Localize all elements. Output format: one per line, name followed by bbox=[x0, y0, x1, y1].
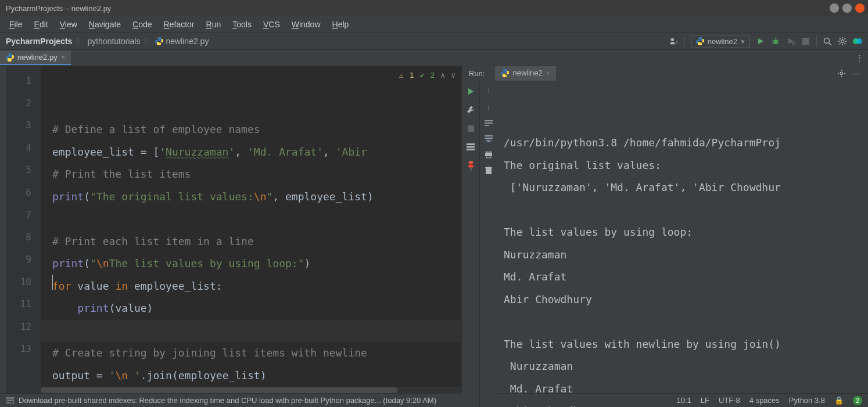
soft-wrap-icon[interactable] bbox=[485, 120, 493, 127]
code-line[interactable]: print("The original list values:\n", emp… bbox=[41, 186, 461, 208]
run-button[interactable] bbox=[756, 37, 765, 46]
titlebar: PycharmProjects – newline2.py bbox=[0, 0, 868, 16]
breadcrumb-item[interactable]: PycharmProjects bbox=[6, 37, 72, 46]
trash-icon[interactable] bbox=[485, 167, 492, 175]
close-icon[interactable]: × bbox=[546, 69, 551, 77]
code-line[interactable]: for value in employee_list: bbox=[41, 275, 461, 298]
code-line[interactable]: # Create string by joining list items wi… bbox=[41, 342, 461, 365]
gear-icon[interactable] bbox=[838, 37, 847, 46]
line-number[interactable]: 12 bbox=[6, 316, 41, 338]
search-icon[interactable] bbox=[823, 37, 832, 46]
logo-icon[interactable] bbox=[853, 37, 862, 46]
menu-vcs[interactable]: VCS bbox=[259, 19, 285, 30]
line-number[interactable]: 13 bbox=[6, 338, 41, 361]
rerun-button[interactable] bbox=[465, 86, 476, 96]
code-line[interactable]: print(value) bbox=[41, 297, 461, 320]
user-icon[interactable] bbox=[669, 37, 679, 46]
editor-tab[interactable]: newline2.py × bbox=[0, 51, 71, 65]
code-editor[interactable]: ⚠1 ✔2 ∧ ∨ # Define a list of employee na… bbox=[41, 66, 461, 387]
svg-rect-41 bbox=[487, 167, 490, 167]
menu-tools[interactable]: Tools bbox=[228, 19, 256, 30]
scroll-to-end-icon[interactable] bbox=[485, 135, 493, 143]
gear-icon[interactable] bbox=[837, 69, 846, 78]
menu-edit[interactable]: Edit bbox=[30, 19, 53, 30]
code-line[interactable]: # Print each list item in a line bbox=[41, 230, 461, 253]
menu-view[interactable]: View bbox=[55, 19, 82, 30]
python-icon bbox=[6, 53, 14, 62]
line-number[interactable]: 1 bbox=[6, 70, 41, 92]
code-line[interactable] bbox=[41, 208, 461, 230]
wrench-icon[interactable] bbox=[465, 105, 476, 115]
down-icon[interactable]: ↓ bbox=[486, 103, 490, 111]
line-number[interactable]: 9 bbox=[6, 248, 41, 271]
code-line[interactable]: print("\nThe list values by using loop:"… bbox=[41, 253, 461, 275]
editor-horizontal-scrollbar[interactable] bbox=[41, 387, 461, 393]
svg-point-9 bbox=[824, 38, 829, 43]
editor-tabs: newline2.py × ⋮ bbox=[0, 50, 868, 66]
svg-rect-8 bbox=[802, 38, 809, 45]
menu-file[interactable]: File bbox=[5, 19, 27, 30]
up-icon[interactable]: ↑ bbox=[486, 86, 490, 95]
close-icon[interactable]: × bbox=[61, 53, 66, 62]
run-tab[interactable]: newline2 × bbox=[495, 66, 556, 81]
svg-line-3 bbox=[772, 40, 773, 41]
console-line: ['Nuruzzaman', 'Md. Arafat', 'Abir Chowd… bbox=[504, 177, 868, 199]
line-number[interactable]: 7 bbox=[6, 204, 41, 226]
menu-refactor[interactable]: Refactor bbox=[159, 19, 199, 30]
chevron-down-icon[interactable]: ∨ bbox=[451, 71, 455, 80]
menu-code[interactable]: Code bbox=[128, 19, 156, 30]
code-line[interactable]: employee_list = ['Nuruzzaman', 'Md. Araf… bbox=[41, 141, 461, 164]
more-icon[interactable]: ⋮ bbox=[851, 53, 868, 62]
svg-line-17 bbox=[845, 44, 846, 45]
warning-icon[interactable]: ⚠ bbox=[399, 71, 404, 80]
coverage-button[interactable] bbox=[786, 37, 795, 46]
line-number[interactable]: 4 bbox=[6, 137, 41, 160]
code-line[interactable] bbox=[41, 320, 461, 343]
console-output[interactable]: /usr/bin/python3.8 /home/fahmida/Pycharm… bbox=[497, 81, 868, 407]
breadcrumb-item[interactable]: pythontutorials bbox=[87, 37, 140, 46]
stop-button[interactable] bbox=[801, 37, 810, 46]
svg-point-0 bbox=[670, 38, 673, 41]
chevron-up-icon[interactable]: ∧ bbox=[440, 71, 445, 80]
run-panel-label: Run: bbox=[469, 69, 485, 78]
stop-button[interactable] bbox=[465, 123, 476, 134]
window-close-button[interactable] bbox=[855, 3, 865, 13]
status-message[interactable]: Download pre-built shared indexes: Reduc… bbox=[19, 396, 436, 405]
breadcrumb-item[interactable]: newline2.py bbox=[155, 37, 209, 46]
line-number[interactable]: 6 bbox=[6, 182, 41, 204]
breadcrumb-item[interactable]: newline2.py bbox=[166, 37, 209, 46]
code-line[interactable]: output = '\n '.join(employee_list) bbox=[41, 365, 461, 387]
breadcrumb[interactable]: PycharmProjects〉pythontutorials〉newline2… bbox=[6, 36, 209, 46]
hide-icon[interactable]: — bbox=[852, 69, 861, 78]
layout-icon[interactable] bbox=[465, 142, 476, 152]
print-icon[interactable] bbox=[485, 151, 493, 159]
menu-window[interactable]: Window bbox=[287, 19, 325, 30]
svg-rect-36 bbox=[486, 151, 491, 153]
line-number[interactable]: 10 bbox=[6, 271, 41, 294]
menu-navigate[interactable]: Navigate bbox=[84, 19, 125, 30]
debug-button[interactable] bbox=[771, 37, 780, 46]
breadcrumb-separator: 〉 bbox=[76, 36, 84, 46]
menu-help[interactable]: Help bbox=[328, 19, 354, 30]
menu-run[interactable]: Run bbox=[202, 19, 226, 30]
line-gutter[interactable]: 12345678910111213 bbox=[6, 66, 41, 393]
breadcrumb-separator: 〉 bbox=[144, 36, 152, 46]
event-log-icon[interactable] bbox=[6, 397, 14, 404]
inspection-badges[interactable]: ⚠1 ✔2 ∧ ∨ bbox=[399, 71, 455, 80]
line-number[interactable]: 3 bbox=[6, 114, 41, 137]
window-maximize-button[interactable] bbox=[842, 3, 852, 13]
typo-icon[interactable]: ✔ bbox=[420, 71, 425, 80]
pin-icon[interactable]: 📌 bbox=[465, 160, 476, 171]
code-line[interactable]: # Print the list items bbox=[41, 163, 461, 186]
window-minimize-button[interactable] bbox=[830, 3, 839, 13]
run-config-selector[interactable]: newline2 ▾ bbox=[691, 35, 750, 48]
line-number[interactable]: 11 bbox=[6, 293, 41, 316]
line-number[interactable]: 8 bbox=[6, 226, 41, 249]
run-tab-label: newline2 bbox=[512, 69, 542, 77]
python-icon bbox=[696, 37, 704, 45]
console-line: The list values by using loop: bbox=[504, 221, 868, 244]
line-number[interactable]: 5 bbox=[6, 159, 41, 182]
code-line[interactable]: # Define a list of employee names bbox=[41, 118, 461, 141]
line-number[interactable]: 2 bbox=[6, 92, 41, 115]
svg-line-18 bbox=[840, 44, 841, 45]
